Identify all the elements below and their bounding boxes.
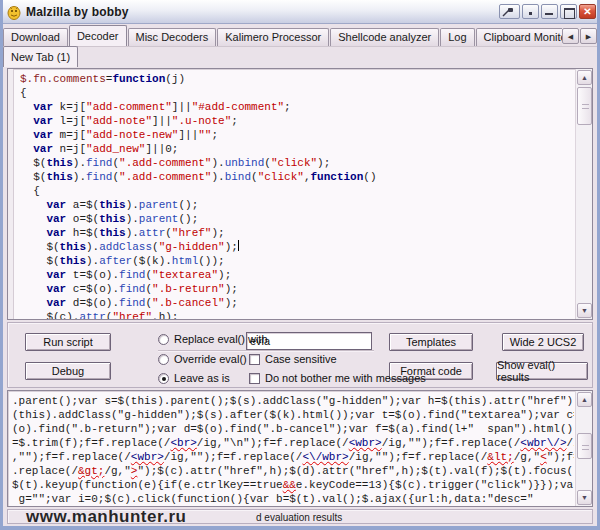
code-segment: var (33, 101, 53, 113)
code-segment: ); (317, 157, 330, 169)
code-segment (20, 143, 33, 155)
run-script-button[interactable]: Run script (25, 333, 111, 351)
code-segment: ); (218, 269, 231, 281)
radio-override-eval[interactable]: Override eval() (158, 353, 247, 365)
code-line: $(this).find(".add-comment").unbind("cli… (20, 156, 574, 170)
code-segment: <wbr\/> (520, 437, 566, 449)
document-tab-bar: New Tab (1) (3, 46, 597, 67)
checkbox-label: Do not bother me with messages (265, 372, 426, 384)
script-code[interactable]: $.fn.comments=function(j){ var k=j["add-… (20, 72, 574, 319)
code-segment: "" (198, 129, 211, 141)
minimize-icon[interactable] (541, 4, 558, 19)
code-segment: (); (178, 199, 198, 211)
tab-scroll-right-icon[interactable]: ▶ (580, 28, 597, 44)
pushpin-icon (500, 6, 515, 19)
code-line: $(this).addClass("g-hidden"); (20, 240, 574, 254)
tab-scroll-left-icon[interactable]: ◀ (562, 28, 579, 44)
code-segment: ). (86, 241, 99, 253)
code-segment: m=j[ (53, 129, 86, 141)
scroll-up-icon[interactable]: ▲ (577, 392, 592, 407)
titlebar[interactable]: Malzilla by bobby (0, 0, 600, 24)
code-segment: ); (225, 297, 238, 309)
tab-kalimero-processor[interactable]: Kalimero Processor (217, 28, 329, 46)
radio-replace-eval-with[interactable]: Replace eval() with (158, 333, 268, 345)
code-segment: (this).addClass("g-hidden");$(s).after($… (12, 409, 574, 421)
radio-label: Leave as is (174, 372, 230, 384)
checkbox-icon (249, 373, 260, 384)
code-segment: ; (211, 129, 218, 141)
titlebar-buttons (499, 4, 596, 19)
scroll-down-icon[interactable]: ▼ (577, 490, 592, 505)
watermark: www.manhunter.ru (26, 507, 186, 527)
code-segment: e.keyCode==13){$(c).trigger("click")}});… (296, 479, 574, 491)
tab-download[interactable]: Download (3, 28, 68, 46)
code-line: .parent();var s=$(this).parent();$(s).ad… (12, 394, 574, 408)
code-segment: ( (165, 227, 172, 239)
code-segment: function (311, 171, 364, 183)
output-scrollbar[interactable]: ▲ ▼ (575, 391, 592, 506)
show-eval-results-button[interactable]: Show eval() results (496, 362, 588, 380)
templates-button[interactable]: Templates (389, 333, 473, 351)
code-segment: "add-note" (86, 115, 152, 127)
code-segment: t=$(o). (66, 269, 119, 281)
code-segment: "add-comment" (86, 101, 172, 113)
code-segment: parent (139, 199, 179, 211)
tab-clipboard-monitor[interactable]: Clipboard Monitor (476, 28, 562, 46)
checkbox-icon (249, 354, 260, 365)
code-line: $(this).after($(k).html()); (20, 254, 574, 268)
code-segment: <wbr> (131, 451, 164, 463)
checkbox-do-not-bother-me-with-messages[interactable]: Do not bother me with messages (249, 372, 426, 384)
tab-shellcode-analyzer[interactable]: Shellcode analyzer (330, 28, 439, 46)
tab-new-tab-1[interactable]: New Tab (1) (3, 46, 78, 67)
code-segment: "click" (271, 157, 317, 169)
wide-2-ucs2-button[interactable]: Wide 2 UCS2 (502, 333, 584, 351)
code-segment: (j) (165, 73, 185, 85)
tab-log[interactable]: Log (440, 28, 474, 46)
radio-leave-as-is[interactable]: Leave as is (158, 372, 230, 384)
code-segment: ]||0; (145, 143, 178, 155)
code-line: (o).find(".b-return");var d=$(o).find(".… (12, 422, 574, 436)
code-segment: l=j[ (53, 115, 86, 127)
code-segment: &gt; (78, 465, 104, 477)
code-segment: ( (152, 241, 159, 253)
close-icon[interactable] (579, 4, 596, 19)
pin-icon[interactable] (499, 4, 520, 19)
editor-scrollbar-thumb[interactable] (577, 87, 592, 125)
code-segment: g="";var i=0;$(c).click(function(){var b… (12, 493, 534, 505)
output-code[interactable]: .parent();var s=$(this).parent();$(s).ad… (12, 394, 574, 506)
radio-button-icon (158, 334, 169, 345)
script-editor[interactable]: $.fn.comments=function(j){ var k=j["add-… (7, 68, 593, 320)
debug-button[interactable]: Debug (25, 362, 111, 380)
scroll-down-icon[interactable]: ▼ (577, 303, 592, 318)
code-line: $(this).find(".add-comment").bind("click… (20, 170, 574, 184)
code-segment: var (46, 297, 66, 309)
code-segment: $( (20, 157, 46, 169)
code-line: var d=$(o).find(".b-cancel"); (20, 296, 574, 310)
code-segment: a=$( (66, 199, 99, 211)
code-segment: ".u-note" (172, 115, 231, 127)
output-area[interactable]: .parent();var s=$(this).parent();$(s).ad… (7, 390, 593, 507)
code-segment: () (363, 171, 376, 183)
checkbox-case-sensitive[interactable]: Case sensitive (249, 353, 337, 365)
code-segment: this (46, 171, 72, 183)
code-segment: { (20, 87, 27, 99)
code-segment: "add-note-new" (86, 129, 178, 141)
code-segment (20, 269, 46, 281)
editor-scrollbar[interactable]: ▲ ▼ (575, 69, 592, 319)
output-scrollbar-thumb[interactable] (577, 433, 592, 459)
code-segment: attr (139, 227, 165, 239)
editor-margin (8, 69, 14, 319)
scroll-up-icon[interactable]: ▲ (577, 70, 592, 85)
maximize-icon[interactable] (560, 4, 577, 19)
code-segment: o=$( (66, 213, 99, 225)
code-segment: ".b-return" (152, 283, 225, 295)
code-segment: (o).find(".b-return");var d=$(o).find(".… (12, 423, 574, 435)
code-segment: attr (79, 311, 105, 319)
minimize-to-tray-icon[interactable] (522, 4, 539, 19)
code-segment: ($(k). (132, 255, 172, 267)
code-segment: ");f=f (547, 451, 574, 463)
code-segment (20, 115, 33, 127)
tab-misc-decoders[interactable]: Misc Decoders (128, 28, 217, 46)
malzilla-window: Malzilla by bobby DownloadDecoderMisc De… (0, 0, 600, 530)
tab-decoder[interactable]: Decoder (69, 25, 127, 46)
